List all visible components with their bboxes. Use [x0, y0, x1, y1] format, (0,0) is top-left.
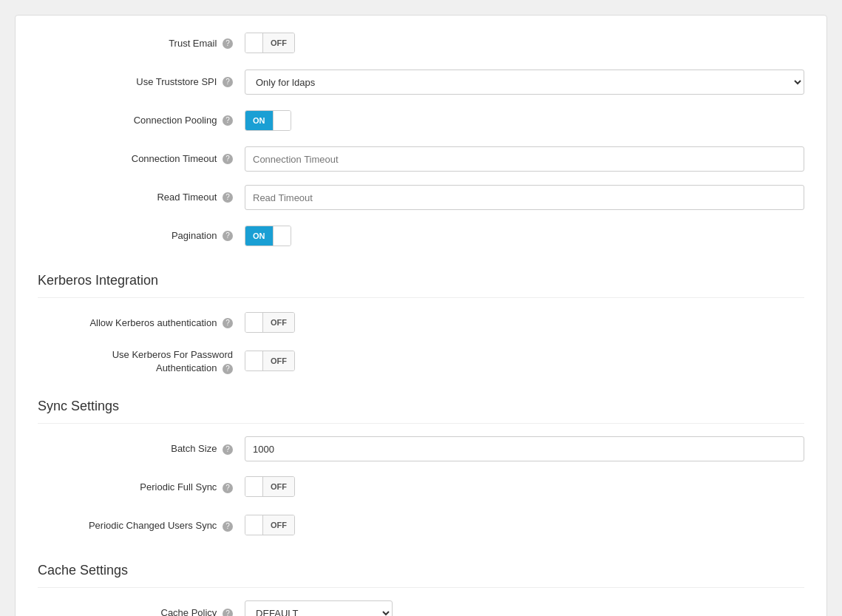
- allow-kerberos-help-icon[interactable]: ?: [223, 318, 233, 328]
- pagination-toggle[interactable]: ON: [245, 226, 291, 246]
- connection-pooling-help-icon[interactable]: ?: [223, 115, 233, 126]
- batch-size-label: Batch Size ?: [38, 442, 245, 456]
- kerberos-password-label: Use Kerberos For Password Authentication…: [38, 348, 245, 375]
- batch-size-row: Batch Size ?: [38, 436, 804, 462]
- cache-section-header: Cache Settings: [38, 551, 804, 588]
- connection-pooling-row: Connection Pooling ? ON: [38, 107, 804, 134]
- connection-pooling-toggle[interactable]: ON: [245, 110, 291, 131]
- kerberos-password-help-icon[interactable]: ?: [223, 364, 233, 374]
- pagination-row: Pagination ? ON: [38, 223, 804, 249]
- periodic-full-sync-row: Periodic Full Sync ? OFF: [38, 474, 804, 501]
- periodic-full-sync-label: Periodic Full Sync ?: [38, 481, 245, 494]
- kerberos-password-toggle[interactable]: OFF: [245, 351, 295, 371]
- periodic-changed-users-sync-row: Periodic Changed Users Sync ? OFF: [38, 512, 804, 539]
- periodic-changed-users-sync-label: Periodic Changed Users Sync ?: [38, 519, 245, 532]
- read-timeout-help-icon[interactable]: ?: [223, 192, 233, 203]
- trust-email-toggle[interactable]: OFF: [245, 33, 295, 53]
- truststore-spi-row: Use Truststore SPI ? Only for ldaps Alwa…: [38, 69, 804, 95]
- read-timeout-input[interactable]: [245, 185, 804, 210]
- read-timeout-label: Read Timeout ?: [38, 191, 245, 204]
- cache-policy-label: Cache Policy ?: [38, 606, 245, 616]
- truststore-spi-help-icon[interactable]: ?: [223, 77, 233, 87]
- connection-timeout-label: Connection Timeout ?: [38, 152, 245, 166]
- periodic-changed-users-sync-toggle[interactable]: OFF: [245, 515, 295, 535]
- kerberos-section-header: Kerberos Integration: [38, 261, 804, 298]
- batch-size-input[interactable]: [245, 436, 804, 461]
- periodic-full-sync-toggle[interactable]: OFF: [245, 476, 295, 497]
- allow-kerberos-row: Allow Kerberos authentication ? OFF: [38, 310, 804, 336]
- connection-timeout-row: Connection Timeout ?: [38, 146, 804, 172]
- read-timeout-row: Read Timeout ?: [38, 184, 804, 211]
- trust-email-label: Trust Email ?: [38, 37, 245, 50]
- periodic-changed-users-sync-help-icon[interactable]: ?: [223, 521, 233, 532]
- cache-policy-help-icon[interactable]: ?: [223, 609, 233, 616]
- allow-kerberos-toggle[interactable]: OFF: [245, 312, 295, 333]
- sync-section-header: Sync Settings: [38, 387, 804, 424]
- allow-kerberos-label: Allow Kerberos authentication ?: [38, 317, 245, 330]
- pagination-label: Pagination ?: [38, 229, 245, 243]
- trust-email-row: Trust Email ? OFF: [38, 30, 804, 57]
- batch-size-help-icon[interactable]: ?: [223, 444, 233, 455]
- periodic-full-sync-help-icon[interactable]: ?: [223, 483, 233, 493]
- pagination-help-icon[interactable]: ?: [223, 231, 233, 241]
- cache-policy-row: Cache Policy ? DEFAULT EVICT_DAILY EVICT…: [38, 600, 804, 616]
- connection-pooling-label: Connection Pooling ?: [38, 114, 245, 127]
- cache-policy-select[interactable]: DEFAULT EVICT_DAILY EVICT_WEEKLY MAX_LIF…: [245, 600, 393, 616]
- trust-email-help-icon[interactable]: ?: [223, 38, 233, 49]
- kerberos-password-row: Use Kerberos For Password Authentication…: [38, 348, 804, 375]
- truststore-spi-label: Use Truststore SPI ?: [38, 75, 245, 89]
- connection-timeout-input[interactable]: [245, 146, 804, 172]
- connection-timeout-help-icon[interactable]: ?: [223, 154, 233, 164]
- truststore-spi-select[interactable]: Only for ldaps Always Never: [245, 70, 804, 95]
